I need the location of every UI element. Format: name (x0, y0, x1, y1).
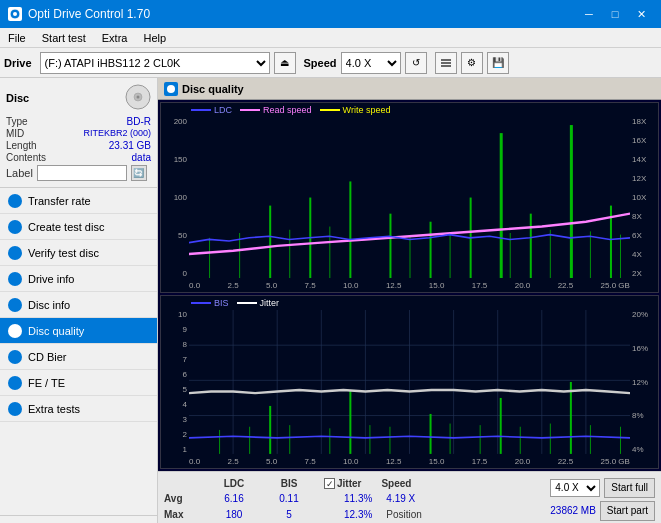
start-part-button[interactable]: Start part (600, 501, 655, 521)
drive-select[interactable]: (F:) ATAPI iHBS112 2 CL0K (40, 52, 270, 74)
refresh-button[interactable]: ↺ (405, 52, 427, 74)
disc-type-label: Type (6, 116, 28, 127)
disc-length-row: Length 23.31 GB (6, 140, 151, 151)
chart2-x-200: 20.0 (515, 457, 531, 466)
maximize-button[interactable]: □ (603, 5, 627, 23)
svg-point-8 (167, 85, 175, 93)
disc-type-row: Type BD-R (6, 116, 151, 127)
sidebar-item-cd-bier[interactable]: CD Bier (0, 344, 157, 370)
jitter-checkbox[interactable]: ✓ (324, 478, 335, 489)
sidebar-item-create-test-disc[interactable]: Create test disc (0, 214, 157, 240)
disc-label-button[interactable]: 🔄 (131, 165, 147, 181)
stats-table: LDC BIS ✓ Jitter Speed Avg 6.16 (158, 472, 461, 523)
stats-speed-select[interactable]: 4.0 X (550, 479, 600, 497)
disc-quality-icon-header (164, 82, 178, 96)
svg-rect-37 (450, 235, 451, 278)
legend-write-speed-color (320, 109, 340, 111)
chart2-svg (189, 310, 630, 454)
transfer-rate-icon (8, 194, 22, 208)
sidebar-item-transfer-rate[interactable]: Transfer rate (0, 188, 157, 214)
sidebar-item-label-disc-info: Disc info (28, 299, 70, 311)
minimize-button[interactable]: ─ (577, 5, 601, 23)
stats-header-blank (164, 478, 204, 489)
sidebar-item-label-cd-bier: CD Bier (28, 351, 67, 363)
chart1-x-150: 15.0 (429, 281, 445, 290)
chart1-x-25: 2.5 (227, 281, 238, 290)
svg-rect-3 (441, 59, 451, 61)
menu-file[interactable]: File (0, 30, 34, 46)
svg-rect-22 (269, 206, 271, 278)
chart1-x-200: 20.0 (515, 281, 531, 290)
chart1-yr-8: 8X (632, 212, 642, 221)
config-button2[interactable]: ⚙ (461, 52, 483, 74)
sidebar-item-extra-tests[interactable]: Extra tests (0, 396, 157, 422)
disc-length-label: Length (6, 140, 37, 151)
max-jitter: 12.3% (344, 509, 372, 520)
svg-rect-65 (389, 427, 390, 454)
disc-mid-row: MID RITEKBR2 (000) (6, 128, 151, 139)
position-value: 23862 MB (550, 505, 596, 516)
chart1-x-75: 7.5 (304, 281, 315, 290)
svg-rect-2 (441, 62, 451, 64)
disc-quality-icon (8, 324, 22, 338)
chart1-yr-4: 4X (632, 250, 642, 259)
sidebar-item-drive-info[interactable]: Drive info (0, 266, 157, 292)
chart1-yr-18: 18X (632, 117, 646, 126)
chart2-y-8: 8 (183, 340, 187, 349)
menu-extra[interactable]: Extra (94, 30, 136, 46)
chart1-x-250: 25.0 GB (601, 281, 630, 290)
titlebar-left: Opti Drive Control 1.70 (8, 7, 150, 21)
sidebar-menu: Transfer rate Create test disc Verify te… (0, 188, 157, 422)
chart1-x-100: 10.0 (343, 281, 359, 290)
disc-header: Disc (6, 84, 151, 112)
sidebar-item-fe-te[interactable]: FE / TE (0, 370, 157, 396)
chart1-x-125: 12.5 (386, 281, 402, 290)
sidebar-item-verify-test-disc[interactable]: Verify test disc (0, 240, 157, 266)
stats-header-spacer2 (361, 478, 381, 489)
disc-contents-label: Contents (6, 152, 46, 163)
chart1-legend: LDC Read speed Write speed (191, 105, 390, 115)
status-window-button[interactable]: Status window >> (0, 515, 157, 523)
eject-button[interactable]: ⏏ (274, 52, 296, 74)
legend-bis-color (191, 302, 211, 304)
create-test-disc-icon (8, 220, 22, 234)
speed-label: Speed (304, 57, 337, 69)
avg-spacer2 (372, 493, 386, 504)
svg-rect-55 (269, 406, 271, 454)
svg-rect-59 (570, 382, 572, 454)
main-layout: Disc Type BD-R MID RITEKBR2 (000) Lengt (0, 78, 661, 523)
chart1-x-50: 5.0 (266, 281, 277, 290)
chart1-yr-2: 2X (632, 269, 642, 278)
chart2-legend: BIS Jitter (191, 298, 279, 308)
start-full-button[interactable]: Start full (604, 478, 655, 498)
stats-avg-row: Avg 6.16 0.11 11.3% 4.19 X (164, 493, 455, 504)
max-bis: 5 (264, 509, 314, 520)
menu-start-test[interactable]: Start test (34, 30, 94, 46)
svg-rect-39 (550, 230, 551, 278)
chart2-yr-16: 16% (632, 344, 648, 353)
window-controls: ─ □ ✕ (577, 5, 653, 23)
close-button[interactable]: ✕ (629, 5, 653, 23)
sidebar-item-label-fe-te: FE / TE (28, 377, 65, 389)
jitter-header-label: Jitter (337, 478, 361, 489)
save-button[interactable]: 💾 (487, 52, 509, 74)
chart2-yr-4: 4% (632, 445, 644, 454)
sidebar-item-disc-info[interactable]: Disc info (0, 292, 157, 318)
stats-header-ldc: LDC (204, 478, 264, 489)
max-ldc: 180 (204, 509, 264, 520)
sidebar-item-disc-quality[interactable]: Disc quality (0, 318, 157, 344)
menu-help[interactable]: Help (135, 30, 174, 46)
svg-rect-67 (480, 425, 481, 454)
disc-info-icon (8, 298, 22, 312)
config-button1[interactable] (435, 52, 457, 74)
chart2-x-250: 25.0 GB (601, 457, 630, 466)
disc-label-input[interactable] (37, 165, 127, 181)
chart2-y-6: 6 (183, 370, 187, 379)
drive-label: Drive (4, 57, 32, 69)
speed-select[interactable]: 4.0 X (341, 52, 401, 74)
disc-contents-row: Contents data (6, 152, 151, 163)
legend-ldc: LDC (191, 105, 232, 115)
svg-rect-70 (590, 425, 591, 454)
stats-right-panel: 4.0 X Start full 23862 MB Start part 381… (461, 472, 661, 523)
disc-quality-header: Disc quality (158, 78, 661, 100)
